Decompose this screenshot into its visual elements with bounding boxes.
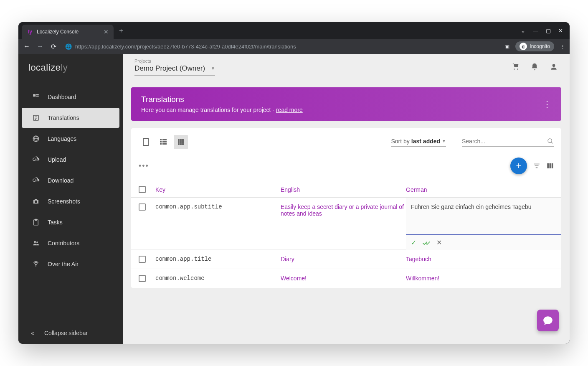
- svg-rect-37: [536, 168, 538, 168]
- chevron-left-icon: «: [28, 329, 37, 337]
- user-icon[interactable]: [550, 63, 558, 71]
- svg-rect-18: [160, 139, 162, 140]
- column-header-german[interactable]: German: [406, 186, 554, 193]
- cell-english[interactable]: Welcome!: [281, 275, 406, 282]
- cart-icon[interactable]: [511, 63, 520, 71]
- svg-rect-35: [534, 164, 540, 165]
- confirm-edit-button[interactable]: ✓: [411, 239, 416, 247]
- cell-key[interactable]: common.app.subtitle: [155, 203, 281, 249]
- search-input[interactable]: [462, 138, 547, 145]
- camera-icon: [32, 197, 40, 206]
- upload-icon: [32, 155, 40, 164]
- svg-rect-26: [182, 139, 184, 141]
- svg-rect-0: [33, 94, 35, 97]
- banner-menu-button[interactable]: ⋮: [543, 99, 551, 109]
- forward-button[interactable]: →: [36, 43, 44, 50]
- svg-rect-23: [162, 143, 167, 145]
- cell-german[interactable]: Willkommen!: [406, 275, 554, 282]
- cancel-edit-button[interactable]: ✕: [436, 239, 442, 247]
- view-grid-button[interactable]: [174, 135, 188, 149]
- sidebar-item-label: Upload: [48, 156, 66, 163]
- chevron-down-icon[interactable]: ⌄: [521, 28, 525, 34]
- banner: Translations Here you can manage transla…: [131, 87, 561, 121]
- sidebar-item-label: Screenshots: [48, 198, 80, 205]
- column-header-key[interactable]: Key: [155, 186, 281, 193]
- sidebar-item-tasks[interactable]: Tasks: [22, 212, 119, 232]
- sidebar-item-label: Contributors: [48, 240, 79, 247]
- german-editor-input[interactable]: Führen Sie ganz einfach ein geheimes Tag…: [406, 198, 561, 235]
- svg-rect-11: [35, 219, 37, 221]
- bell-icon[interactable]: [530, 63, 539, 71]
- download-icon: [32, 176, 40, 185]
- svg-rect-1: [36, 94, 39, 95]
- sidebar-item-contributors[interactable]: Contributors: [22, 233, 119, 253]
- select-all-checkbox[interactable]: [139, 186, 146, 193]
- browser-menu-button[interactable]: ⋮: [560, 43, 565, 50]
- filter-icon[interactable]: [533, 162, 540, 170]
- sidebar-item-label: Download: [48, 177, 74, 184]
- read-more-link[interactable]: read more: [276, 107, 303, 113]
- incognito-badge: ◐ Incognito: [515, 41, 554, 51]
- cell-german[interactable]: Tagebuch: [406, 256, 554, 262]
- svg-rect-17: [143, 139, 148, 145]
- extensions-icon[interactable]: ▣: [504, 43, 509, 50]
- cell-key[interactable]: common.app.title: [155, 256, 281, 262]
- add-button[interactable]: +: [510, 158, 527, 174]
- sidebar-item-upload[interactable]: Upload: [22, 150, 119, 170]
- sort-selector[interactable]: Sort by last added ▼: [391, 138, 446, 147]
- tab-title: Localizely Console: [37, 29, 100, 35]
- incognito-icon: ◐: [520, 43, 527, 50]
- reload-button[interactable]: ⟳: [49, 43, 58, 51]
- new-tab-button[interactable]: ＋: [118, 26, 124, 35]
- view-single-button[interactable]: [139, 135, 153, 149]
- table-row: common.welcome Welcome! Willkommen!: [131, 269, 561, 288]
- favicon-icon: ly: [27, 28, 33, 35]
- maximize-button[interactable]: ▢: [546, 28, 551, 34]
- svg-point-12: [34, 241, 36, 243]
- more-actions-button[interactable]: •••: [139, 162, 149, 170]
- svg-point-13: [36, 241, 38, 243]
- cell-key[interactable]: common.welcome: [155, 275, 281, 282]
- svg-rect-29: [182, 141, 184, 143]
- table-row: common.app.subtitle Easily keep a secret…: [131, 198, 561, 250]
- column-header-english[interactable]: English: [281, 186, 406, 193]
- minimize-button[interactable]: ―: [533, 28, 538, 34]
- confirm-all-button[interactable]: [422, 240, 431, 246]
- sidebar-item-translations[interactable]: Translations: [22, 108, 119, 128]
- row-checkbox[interactable]: [139, 203, 146, 211]
- dashboard-icon: [32, 93, 40, 101]
- row-checkbox[interactable]: [139, 256, 146, 263]
- columns-icon[interactable]: [546, 162, 554, 170]
- close-tab-button[interactable]: ✕: [104, 28, 109, 35]
- row-checkbox[interactable]: [139, 275, 146, 282]
- svg-rect-38: [547, 163, 549, 168]
- caret-down-icon: ▼: [442, 139, 446, 143]
- sidebar-item-label: Tasks: [48, 219, 63, 226]
- sidebar-item-ota[interactable]: Over the Air: [22, 254, 119, 274]
- url-text[interactable]: https://app.localizely.com/projects/aee2…: [75, 43, 296, 50]
- banner-title: Translations: [141, 95, 303, 104]
- svg-rect-20: [160, 141, 162, 142]
- cell-english[interactable]: Diary: [281, 256, 406, 262]
- sidebar-item-languages[interactable]: Languages: [22, 129, 119, 149]
- cell-english[interactable]: Easily keep a secret diary or a private …: [281, 203, 406, 249]
- view-list-button[interactable]: [156, 135, 170, 149]
- sidebar-item-dashboard[interactable]: Dashboard: [22, 87, 119, 107]
- svg-rect-31: [180, 143, 182, 145]
- table-row: common.app.title Diary Tagebuch: [131, 250, 561, 269]
- browser-tab[interactable]: ly Localizely Console ✕: [22, 25, 114, 39]
- close-window-button[interactable]: ✕: [558, 28, 563, 34]
- search-icon[interactable]: [547, 138, 554, 145]
- translations-icon: [32, 114, 40, 122]
- sidebar-item-screenshots[interactable]: Screenshots: [22, 191, 119, 211]
- sidebar-item-download[interactable]: Download: [22, 170, 119, 191]
- svg-rect-19: [162, 139, 167, 140]
- chat-button[interactable]: [537, 310, 559, 331]
- caret-down-icon: ▼: [211, 66, 215, 71]
- collapse-sidebar-button[interactable]: « Collapse sidebar: [18, 322, 123, 344]
- logo: localizely: [18, 54, 123, 80]
- project-selector[interactable]: Demo Project (Owner) ▼: [134, 64, 215, 76]
- globe-icon: [32, 135, 40, 143]
- svg-point-33: [548, 139, 552, 142]
- back-button[interactable]: ←: [23, 43, 31, 50]
